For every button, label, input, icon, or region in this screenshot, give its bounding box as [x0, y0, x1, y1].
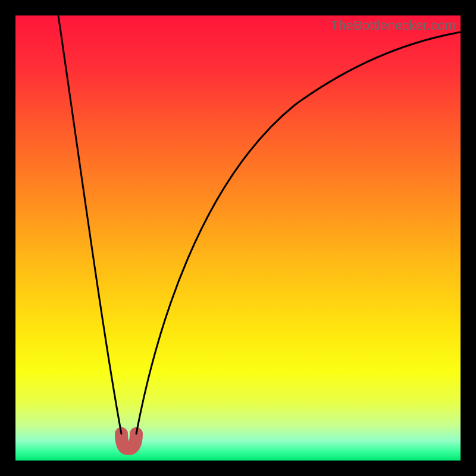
- optimal-marker: [121, 434, 136, 449]
- bottleneck-curve: [15, 15, 461, 461]
- chart-plot-area: TheBottlenecker.com: [15, 15, 461, 461]
- curve-right-branch: [136, 32, 461, 434]
- watermark-text: TheBottlenecker.com: [331, 18, 456, 33]
- chart-frame: TheBottlenecker.com: [0, 0, 476, 476]
- curve-left-branch: [58, 15, 121, 434]
